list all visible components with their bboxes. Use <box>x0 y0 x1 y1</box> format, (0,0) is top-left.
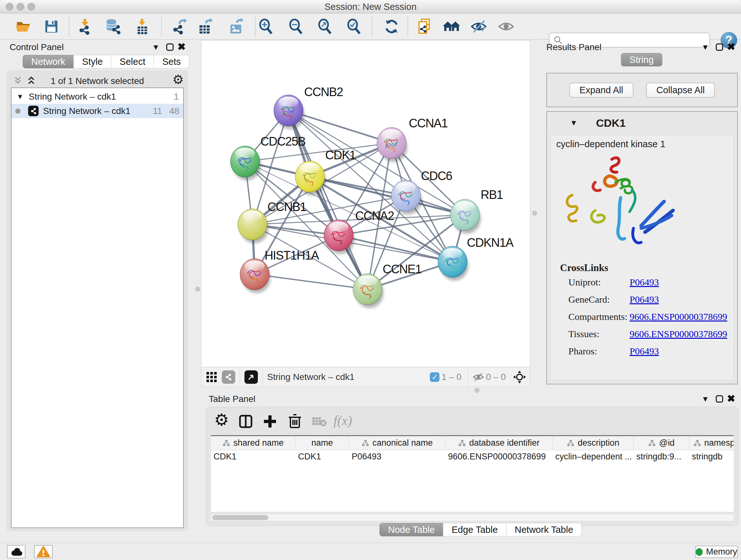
birdseye-icon[interactable] <box>513 370 526 384</box>
cloud-button[interactable] <box>7 545 25 558</box>
network-row[interactable]: String Network – cdk1 11 48 <box>11 104 183 118</box>
network-node-CDKN1A[interactable] <box>438 246 468 281</box>
warnings-button[interactable] <box>34 545 53 558</box>
delete-table-icon[interactable] <box>312 416 327 427</box>
refresh-view-icon[interactable] <box>383 18 400 35</box>
table-cell[interactable]: CDK1 <box>211 452 295 462</box>
tab-select[interactable]: Select <box>111 55 154 68</box>
table-settings-gear-icon[interactable]: ⚙ <box>214 410 229 429</box>
show-columns-icon[interactable] <box>239 414 253 429</box>
control-panel-tabs: NetworkStyleSelectSets <box>23 55 189 68</box>
save-session-icon[interactable] <box>43 18 60 35</box>
table-cell[interactable]: stringdb <box>689 452 734 462</box>
crosslink-link[interactable]: P06493 <box>630 277 659 288</box>
control-panel-float-icon[interactable] <box>166 44 174 51</box>
table-hscrollbar-thumb[interactable] <box>212 515 268 520</box>
import-database-icon[interactable] <box>105 18 121 35</box>
results-panel-menu-icon[interactable]: ▼ <box>701 44 709 51</box>
crosslink-row: GeneCard:P06493 <box>550 291 734 308</box>
network-options-gear-icon[interactable]: ⚙ <box>172 72 184 87</box>
crosslink-link[interactable]: P06493 <box>630 294 659 305</box>
table-hscrollbar[interactable] <box>211 514 734 521</box>
zoom-in-icon[interactable] <box>258 18 274 35</box>
vertical-splitter-handle[interactable] <box>195 287 200 292</box>
column-header-@id[interactable]: @id <box>634 436 689 450</box>
zoom-selected-icon[interactable] <box>346 18 362 35</box>
selected-checkbox-icon[interactable]: ✓ <box>430 372 440 382</box>
table-cell[interactable]: cyclin–dependent ... <box>553 452 634 462</box>
tab-string[interactable]: String <box>621 53 663 66</box>
column-header-description[interactable]: description <box>553 436 634 450</box>
network-node-CCNE1[interactable] <box>353 273 384 308</box>
export-network-icon[interactable] <box>171 18 188 35</box>
tab-sets[interactable]: Sets <box>153 55 189 68</box>
crosslink-row: Tissues:9606.ENSP00000378699 <box>550 325 734 343</box>
collection-expand-icon[interactable]: ▼ <box>17 92 23 101</box>
crosslink-link[interactable]: 9606.ENSP00000378699 <box>630 311 727 322</box>
column-header-database-identifier[interactable]: database identifier <box>446 436 553 450</box>
tab-style[interactable]: Style <box>73 55 111 68</box>
table-panel-float-icon[interactable] <box>716 395 723 402</box>
node-label-CCNA1: CCNA1 <box>409 117 448 130</box>
apply-function-icon[interactable]: f(x) <box>333 413 352 428</box>
zoom-fit-icon[interactable] <box>317 18 333 35</box>
network-node-CDC25B[interactable] <box>230 146 261 180</box>
network-node-CDK1[interactable] <box>295 161 326 195</box>
column-header-namespace[interactable]: namespace <box>689 436 734 450</box>
node-label-CDKN1A: CDKN1A <box>467 236 514 249</box>
expand-all-button[interactable]: Expand All <box>569 83 633 98</box>
network-node-CCNA1[interactable] <box>377 127 408 162</box>
import-table-icon[interactable] <box>134 18 150 35</box>
detach-view-icon[interactable] <box>245 370 258 384</box>
gene-section-header[interactable]: ▼ CDK1 <box>547 112 737 134</box>
results-panel-float-icon[interactable] <box>716 44 723 51</box>
network-collection-row[interactable]: ▼ String Network – cdk1 1 <box>11 89 183 104</box>
gene-collapse-icon[interactable]: ▼ <box>570 118 578 127</box>
tab-network-table[interactable]: Network Table <box>506 523 582 537</box>
table-cell[interactable]: CDK1 <box>295 452 349 462</box>
column-header-name[interactable]: name <box>295 436 349 450</box>
table-cell[interactable]: 9606.ENSP00000378699 <box>446 452 553 462</box>
control-panel-menu-icon[interactable]: ▼ <box>152 44 159 51</box>
column-header-shared-name[interactable]: shared name <box>211 436 295 450</box>
selected-count: 1 – 0 <box>441 372 461 382</box>
open-session-icon[interactable] <box>15 18 31 35</box>
network-share-view-icon[interactable] <box>222 370 235 384</box>
network-node-CCNB2[interactable] <box>274 95 305 129</box>
add-column-icon[interactable] <box>263 414 277 429</box>
crosslink-link[interactable]: P06493 <box>630 346 659 357</box>
network-edge[interactable] <box>255 274 367 289</box>
network-node-RB1[interactable] <box>450 199 481 234</box>
grid-view-icon[interactable] <box>206 371 217 383</box>
network-canvas[interactable]: CCNB2CCNA1CDC25BCDK1CDC6RB1CCNB1CCNA2CDK… <box>201 40 530 367</box>
column-header-canonical-name[interactable]: canonical name <box>349 436 446 450</box>
edge-count: 48 <box>162 106 179 116</box>
delete-column-icon[interactable] <box>287 414 302 429</box>
network-graph[interactable]: CCNB2CCNA1CDC25BCDK1CDC6RB1CCNB1CCNA2CDK… <box>201 41 530 367</box>
first-neighbors-icon[interactable] <box>443 18 460 35</box>
table-panel-menu-icon[interactable]: ▼ <box>701 395 709 403</box>
table-row[interactable]: CDK1CDK1P064939606.ENSP00000378699cyclin… <box>211 450 734 463</box>
tab-network[interactable]: Network <box>23 55 74 68</box>
clone-network-icon[interactable] <box>416 18 433 35</box>
control-panel-close-icon[interactable]: ✖ <box>178 42 186 52</box>
import-network-icon[interactable] <box>77 18 93 35</box>
zoom-out-icon[interactable] <box>288 18 305 35</box>
table-cell[interactable]: stringdb:9... <box>634 452 689 462</box>
results-panel-close-icon[interactable]: ✖ <box>727 42 735 52</box>
export-image-icon[interactable] <box>228 18 245 35</box>
cloud-icon <box>9 546 23 557</box>
table-cell[interactable]: P06493 <box>349 452 446 462</box>
results-splitter-handle[interactable] <box>532 211 537 215</box>
collapse-all-button[interactable]: Collapse All <box>646 83 715 98</box>
show-all-icon[interactable] <box>498 18 515 35</box>
table-panel-close-icon[interactable]: ✖ <box>727 394 735 403</box>
export-table-icon[interactable] <box>197 18 213 35</box>
tab-edge-table[interactable]: Edge Table <box>443 523 507 537</box>
hide-selected-icon[interactable] <box>470 18 487 35</box>
tab-node-table[interactable]: Node Table <box>380 523 443 537</box>
crosslink-link[interactable]: 9606.ENSP00000378699 <box>630 328 727 339</box>
memory-button[interactable]: Memory <box>695 546 738 558</box>
network-edge[interactable] <box>339 235 453 262</box>
network-node-HIST1H1A[interactable] <box>240 259 271 293</box>
